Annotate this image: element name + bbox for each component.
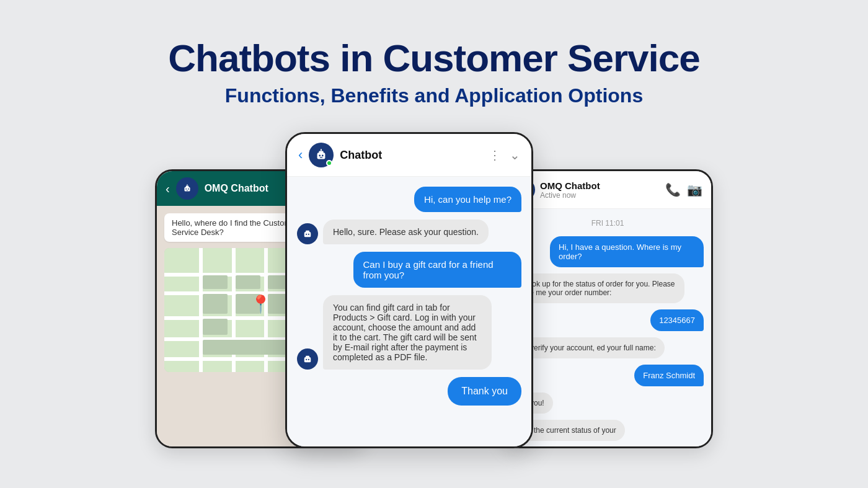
chevron-down-icon[interactable]: ⌄	[510, 148, 520, 162]
svg-point-20	[306, 359, 307, 360]
video-call-icon[interactable]: 📷	[687, 182, 702, 197]
svg-point-13	[321, 149, 322, 150]
right-sent-3: Franz Schmidt	[634, 365, 704, 386]
center-bot-name: Chatbot	[340, 149, 482, 162]
right-sent-2: 12345667	[650, 309, 704, 331]
more-options-icon[interactable]: ⋮	[489, 148, 501, 162]
date-label: FRI 11:01	[512, 219, 704, 228]
right-header-actions: 📞 📷	[665, 182, 702, 197]
right-header-info: OMQ Chatbot Active now	[540, 180, 660, 200]
svg-rect-11	[320, 157, 323, 157]
map-block	[236, 275, 260, 289]
page-background: Chatbots in Customer Service Functions, …	[0, 0, 868, 488]
sent-bubble-3: Can I buy a gift card for a friend from …	[353, 252, 522, 288]
right-sent-1: Hi, I have a question. Where is my order…	[550, 236, 704, 267]
bot-avatar-msg-2	[297, 223, 318, 244]
map-road	[199, 248, 203, 372]
back-arrow-icon[interactable]: ‹	[166, 182, 170, 196]
right-msg-row-5: Franz Schmidt	[512, 365, 704, 386]
message-row-5: Thank you	[297, 377, 521, 406]
phone-center-header: ‹ Chatbot ⋮ ⌄	[287, 134, 531, 177]
svg-point-6	[187, 184, 188, 185]
phone-call-icon[interactable]: 📞	[665, 182, 681, 197]
phone-right: OMQ Chatbot Active now 📞 📷 FRI 11:01 Hi,…	[502, 169, 713, 448]
phone-center-body: Hi, can you help me? Hello, sure. Please…	[287, 177, 531, 447]
message-row-1: Hi, can you help me?	[297, 187, 521, 212]
map-pin: 📍	[250, 294, 272, 314]
right-received-1: n look up for the status of order for yo…	[512, 273, 684, 303]
svg-point-2	[185, 189, 187, 190]
center-back-icon[interactable]: ‹	[298, 147, 303, 163]
center-header-icons: ⋮ ⌄	[489, 148, 520, 162]
sub-title: Functions, Benefits and Application Opti…	[168, 84, 699, 107]
message-row-4: You can find gift card in tab for Produc…	[297, 295, 521, 370]
svg-point-3	[188, 189, 189, 190]
center-bot-avatar	[309, 143, 334, 167]
center-robot-icon	[314, 148, 328, 162]
bot-icon	[302, 353, 313, 365]
left-bot-name: OMQ Chatbot	[205, 183, 268, 194]
received-bubble-4: You can find gift card in tab for Produc…	[323, 295, 492, 370]
received-bubble-2: Hello, sure. Please ask your question.	[323, 220, 489, 244]
left-bot-avatar	[176, 177, 198, 200]
svg-point-16	[306, 234, 307, 235]
map-block	[203, 294, 228, 314]
svg-point-17	[308, 234, 309, 235]
main-title: Chatbots in Customer Service	[168, 37, 699, 79]
svg-rect-15	[306, 231, 309, 233]
robot-icon	[182, 183, 193, 194]
right-received-2: To verify your account, ed your full nam…	[512, 337, 665, 358]
message-row-2: Hello, sure. Please ask your question.	[297, 220, 521, 244]
right-msg-row-3: 12345667	[512, 309, 704, 331]
phone-right-header: OMQ Chatbot Active now 📞 📷	[504, 171, 711, 209]
bot-avatar-msg-4	[297, 348, 318, 370]
header-section: Chatbots in Customer Service Functions, …	[168, 0, 699, 107]
message-row-3: Can I buy a gift card for a friend from …	[297, 252, 521, 288]
phones-container: ‹ OMQ Chatbot Hello, where do I find th	[155, 132, 713, 455]
right-msg-row-1: Hi, I have a question. Where is my order…	[512, 236, 704, 267]
map-block	[203, 275, 228, 289]
svg-rect-1	[185, 186, 188, 188]
right-bot-name: OMQ Chatbot	[540, 180, 660, 191]
phone-center: ‹ Chatbot ⋮ ⌄	[285, 132, 533, 448]
svg-rect-19	[306, 356, 309, 358]
svg-point-10	[322, 155, 324, 157]
right-bot-status: Active now	[540, 191, 660, 200]
svg-point-21	[308, 359, 309, 360]
svg-rect-8	[319, 151, 324, 154]
svg-point-9	[319, 155, 321, 157]
phone-right-body: FRI 11:01 Hi, I have a question. Where i…	[504, 209, 711, 447]
online-status-dot	[326, 160, 332, 166]
bot-icon	[302, 228, 313, 239]
sent-bubble-1: Hi, can you help me?	[414, 187, 521, 212]
svg-rect-4	[186, 190, 188, 191]
map-block	[203, 319, 228, 335]
thank-you-button[interactable]: Thank you	[448, 377, 521, 406]
